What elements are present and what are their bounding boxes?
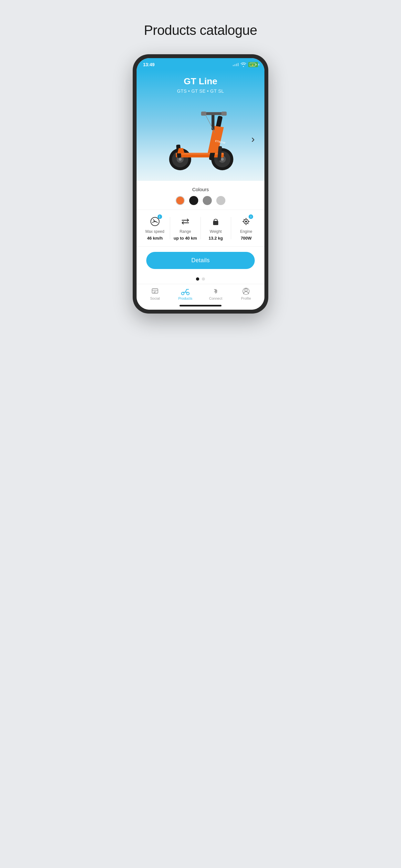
nav-label-profile: Profile	[241, 297, 251, 300]
bottom-nav: Social Products Connect	[136, 284, 265, 302]
pagination	[136, 274, 265, 284]
details-button[interactable]: Details	[146, 252, 255, 269]
home-indicator	[136, 302, 265, 310]
spec-max-speed: i Max speed 46 km/h	[140, 216, 170, 241]
product-variants: GTS • GT SE • GT SL	[143, 89, 258, 94]
range-label: Range	[180, 229, 191, 234]
page-dot-2	[202, 277, 205, 281]
home-bar	[180, 305, 221, 306]
nav-item-profile[interactable]: Profile	[231, 287, 261, 300]
profile-icon	[242, 287, 250, 295]
status-bar: 13:49 ⚡	[136, 58, 265, 70]
nav-label-products: Products	[178, 297, 192, 300]
product-name: GT Line	[143, 76, 258, 87]
svg-rect-3	[256, 64, 257, 65]
spec-engine: i Engine 700W	[231, 216, 261, 241]
range-value: up to 40 km	[174, 236, 197, 241]
svg-point-42	[181, 292, 184, 295]
scooter-image: ETWOW	[157, 103, 244, 175]
svg-point-43	[187, 292, 189, 295]
page-title: Products catalogue	[144, 23, 257, 38]
svg-rect-22	[221, 112, 227, 116]
range-icon	[180, 216, 190, 227]
weight-icon	[211, 216, 221, 227]
range-icon-wrap	[180, 216, 191, 227]
phone-frame: 13:49 ⚡	[133, 54, 268, 314]
speed-label: Max speed	[145, 229, 164, 234]
colour-swatches	[143, 196, 258, 205]
social-icon	[151, 287, 159, 295]
specs-section: i Max speed 46 km/h Range up to 40 km	[136, 210, 265, 247]
colour-grey[interactable]	[203, 196, 212, 205]
engine-value: 700W	[241, 236, 251, 241]
scooter-image-container: ETWOW ›	[143, 97, 258, 181]
products-scooter-icon	[181, 287, 190, 295]
bluetooth-icon	[212, 287, 220, 295]
nav-label-connect: Connect	[209, 297, 222, 300]
hero-section: GT Line GTS • GT SE • GT SL	[136, 70, 265, 181]
svg-point-31	[245, 221, 247, 222]
speed-icon-wrap: i	[149, 216, 161, 227]
phone-screen: 13:49 ⚡	[136, 58, 265, 310]
colour-orange[interactable]	[176, 196, 185, 205]
colour-black[interactable]	[189, 196, 198, 205]
colours-label: Colours	[143, 187, 258, 192]
details-section: Details	[136, 247, 265, 274]
weight-label: Weight	[210, 229, 222, 234]
status-icons: ⚡	[233, 62, 258, 67]
svg-point-44	[245, 289, 247, 291]
engine-label: Engine	[240, 229, 252, 234]
svg-line-37	[248, 223, 249, 224]
nav-item-connect[interactable]: Connect	[201, 287, 231, 300]
svg-text:⚡: ⚡	[251, 64, 254, 66]
speed-info-badge: i	[158, 214, 162, 219]
svg-point-28	[154, 221, 156, 222]
weight-value: 13.2 kg	[209, 236, 223, 241]
page-dot-1	[196, 277, 199, 281]
next-arrow[interactable]: ›	[251, 133, 255, 145]
spec-range: Range up to 40 km	[170, 216, 200, 241]
colour-light-grey[interactable]	[216, 196, 225, 205]
nav-item-social[interactable]: Social	[140, 287, 170, 300]
battery-icon: ⚡	[248, 62, 258, 67]
engine-info-badge: i	[249, 214, 253, 219]
spec-weight: Weight 13.2 kg	[201, 216, 231, 241]
svg-line-36	[244, 219, 245, 220]
wifi-icon	[241, 62, 246, 67]
signal-icon	[233, 63, 239, 66]
weight-icon-wrap	[210, 216, 221, 227]
nav-label-social: Social	[150, 297, 160, 300]
engine-icon-wrap: i	[240, 216, 252, 227]
colours-section: Colours	[136, 181, 265, 210]
nav-item-products[interactable]: Products	[170, 287, 201, 300]
svg-point-7	[179, 158, 182, 161]
svg-point-11	[221, 158, 224, 161]
status-time: 13:49	[143, 62, 155, 67]
svg-rect-29	[213, 221, 218, 225]
speed-value: 46 km/h	[147, 236, 162, 241]
